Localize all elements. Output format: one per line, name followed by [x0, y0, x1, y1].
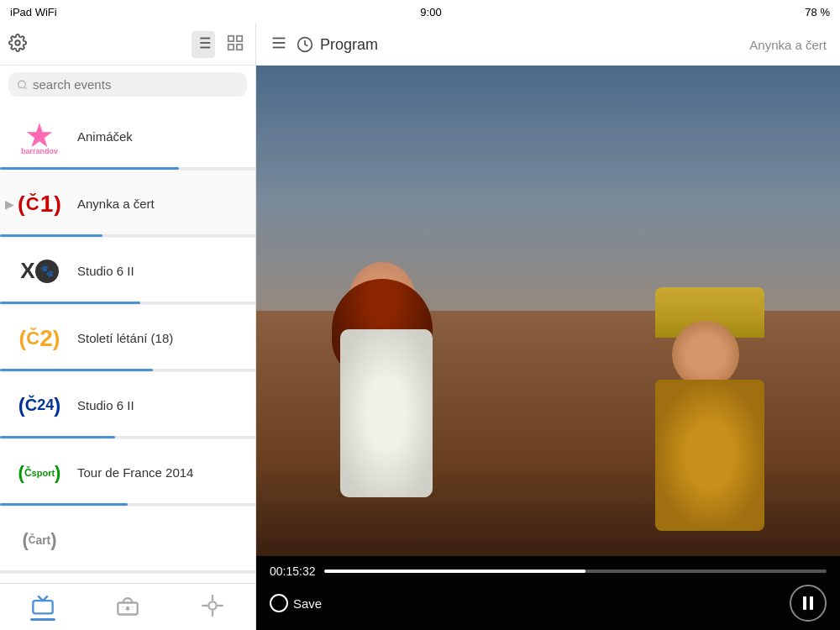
channel-name-ct24: Studio 6 II	[77, 398, 245, 412]
video-figure-woman	[307, 262, 475, 531]
sidebar: ★ barrandov Animáček ▶ ( Č 1 )	[0, 24, 256, 630]
status-time: 9:00	[420, 6, 441, 18]
search-icon	[17, 79, 28, 91]
progress-track[interactable]	[324, 570, 827, 573]
ipad-label: iPad WiFi	[10, 6, 57, 18]
video-scene	[256, 66, 840, 556]
gear-icon[interactable]	[8, 34, 27, 55]
grid-view-icon[interactable]	[223, 31, 247, 58]
search-bar[interactable]	[8, 72, 247, 97]
tv-icon	[31, 594, 55, 617]
program-label: Program	[320, 36, 378, 54]
ctart-logo: ( Č art )	[10, 531, 69, 549]
status-left: iPad WiFi	[10, 6, 57, 18]
pause-icon	[803, 596, 813, 610]
ct1-logo: ( Č 1 )	[10, 191, 69, 218]
progress-ct24	[0, 436, 255, 438]
pause-bar-right	[810, 596, 813, 610]
main-container: ★ barrandov Animáček ▶ ( Č 1 )	[0, 24, 840, 630]
video-header-title: Program	[297, 36, 378, 54]
radio-icon	[116, 594, 139, 617]
svg-point-0	[15, 40, 20, 45]
list-view-icon[interactable]	[192, 31, 215, 58]
progress-ctart	[0, 570, 255, 573]
now-playing-title: Anynka a čert	[749, 38, 827, 52]
status-bar: iPad WiFi 9:00 78 %	[0, 0, 840, 24]
svg-point-11	[18, 81, 26, 88]
battery-label: 78 %	[805, 6, 830, 18]
video-background: Č 1	[256, 66, 840, 556]
specials-icon	[201, 594, 224, 617]
channel-name-barrandov: Animáček	[77, 129, 245, 144]
progress-barrandov	[0, 167, 255, 170]
channel-name-xfactor: Studio 6 II	[77, 264, 245, 278]
progress-ct1	[0, 234, 255, 237]
svg-rect-9	[228, 44, 234, 49]
controls-row: Save	[270, 585, 827, 622]
video-controls: 00:15:32 Save	[256, 556, 840, 630]
svg-rect-13	[33, 601, 52, 613]
pause-bar-left	[803, 596, 806, 610]
svg-rect-7	[228, 35, 234, 40]
ct2-logo: ( Č 2 )	[10, 325, 69, 352]
nav-specials[interactable]	[171, 594, 255, 621]
progress-xfactor	[0, 302, 255, 304]
ctsport-logo: ( Č sport )	[10, 464, 69, 482]
channel-name-ctsport: Tour de France 2014	[77, 465, 245, 480]
channel-item-ct24[interactable]: ( Č 24 ) Studio 6 II	[0, 372, 255, 439]
ct24-logo: ( Č 24 )	[10, 396, 69, 416]
bottom-nav	[0, 583, 255, 630]
svg-point-16	[127, 607, 129, 609]
play-icon-ct1: ▶	[5, 197, 14, 211]
progress-row: 00:15:32	[270, 564, 827, 578]
channel-item-ct1[interactable]: ▶ ( Č 1 ) Anynka a čert	[0, 171, 255, 238]
video-header-left: Program	[270, 34, 378, 55]
svg-rect-8	[237, 35, 242, 40]
search-input[interactable]	[33, 77, 239, 92]
video-menu-icon[interactable]	[270, 34, 288, 55]
channel-list: ★ barrandov Animáček ▶ ( Č 1 )	[0, 103, 255, 583]
svg-line-12	[24, 87, 26, 88]
toolbar	[0, 24, 255, 66]
svg-point-19	[209, 601, 217, 609]
status-right: 78 %	[805, 6, 830, 18]
progress-fill	[324, 570, 585, 573]
clock-icon	[297, 36, 313, 53]
channel-item-ctart[interactable]: ( Č art )	[0, 507, 255, 574]
channel-item-ctsport[interactable]: ( Č sport ) Tour de France 2014	[0, 439, 255, 507]
xfactor-logo: X 🐾	[10, 258, 69, 284]
video-area[interactable]: Č 1	[256, 66, 840, 556]
channel-item-ct2[interactable]: ( Č 2 ) Století létání (18)	[0, 305, 255, 372]
current-time: 00:15:32	[270, 564, 316, 578]
pause-button[interactable]	[790, 585, 827, 622]
channel-item-barrandov[interactable]: ★ barrandov Animáček	[0, 103, 255, 171]
nav-radio[interactable]	[85, 594, 170, 621]
video-figure-man	[638, 287, 790, 539]
progress-ct2	[0, 369, 255, 371]
video-header: Program Anynka a čert	[256, 24, 840, 66]
channel-name-ct1: Anynka a čert	[77, 197, 245, 211]
save-label: Save	[293, 596, 322, 611]
progress-ctsport	[0, 503, 255, 506]
channel-item-xfactor[interactable]: X 🐾 Studio 6 II	[0, 238, 255, 305]
nav-tv[interactable]	[0, 594, 85, 621]
save-circle-icon	[270, 594, 288, 612]
save-button[interactable]: Save	[270, 594, 322, 612]
svg-rect-10	[237, 44, 242, 49]
channel-name-ct2: Století létání (18)	[77, 331, 245, 345]
barrandov-logo: ★ barrandov	[10, 118, 69, 155]
video-panel: Program Anynka a čert Č 1	[256, 24, 840, 630]
